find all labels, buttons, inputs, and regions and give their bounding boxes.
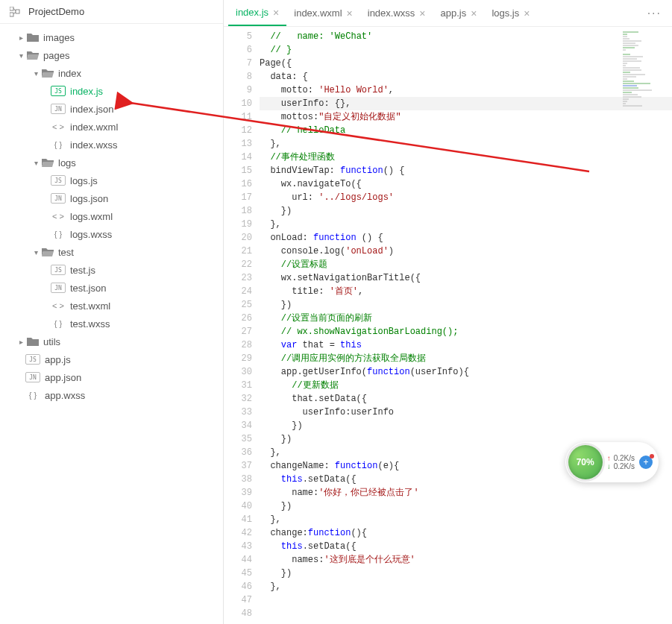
code-editor[interactable]: 5678910111213141516171819202122232425262…	[224, 27, 672, 624]
code-content[interactable]: // name: 'WeChat' // }Page({ data: { mot…	[260, 27, 672, 624]
line-gutter: 5678910111213141516171819202122232425262…	[224, 27, 260, 624]
json-file-icon: JN	[51, 193, 66, 204]
tree-file-app-js[interactable]: JS app.js	[0, 350, 223, 368]
tree-folder-images[interactable]: ▸ images	[0, 28, 223, 46]
folder-open-icon	[42, 157, 54, 168]
close-icon[interactable]: ×	[419, 7, 425, 19]
project-name: ProjectDemo	[28, 6, 84, 17]
project-header: ProjectDemo	[0, 0, 223, 24]
json-file-icon: JN	[51, 283, 66, 293]
tree-file-index-wxss[interactable]: { } index.wxss	[0, 136, 223, 154]
system-monitor-widget[interactable]: 70% ↑0.2K/s ↓0.2K/s +	[565, 442, 659, 482]
tab-index-js[interactable]: index.js×	[228, 0, 286, 26]
folder-icon	[27, 32, 39, 42]
tree-file-logs-js[interactable]: JS logs.js	[0, 171, 223, 189]
tab-logs-js[interactable]: logs.js×	[484, 0, 537, 26]
more-tabs-icon[interactable]: ···	[637, 7, 672, 20]
wxml-file-icon: < >	[51, 301, 66, 310]
chevron-down-icon: ▾	[31, 159, 40, 167]
chevron-down-icon: ▾	[16, 51, 25, 60]
tree-folder-test[interactable]: ▾ test	[0, 243, 223, 261]
folder-open-icon	[42, 247, 54, 257]
tree-file-index-wxml[interactable]: < > index.wxml	[0, 118, 223, 136]
tab-index-wxml[interactable]: index.wxml×	[286, 0, 359, 26]
tree-folder-logs[interactable]: ▾ logs	[0, 154, 223, 171]
tree-folder-utils[interactable]: ▸ utils	[0, 333, 223, 350]
folder-open-icon	[42, 68, 54, 78]
chevron-right-icon: ▸	[16, 338, 25, 346]
wxss-file-icon: { }	[51, 230, 66, 239]
editor-tabs: index.js× index.wxml× index.wxss× app.js…	[224, 0, 672, 27]
plus-button[interactable]: +	[639, 456, 653, 469]
cpu-percent: 70%	[568, 445, 603, 479]
tree-file-test-json[interactable]: JN test.json	[0, 279, 223, 297]
json-file-icon: JN	[25, 372, 40, 382]
editor-area: index.js× index.wxml× index.wxss× app.js…	[224, 0, 672, 624]
tree-file-index-js[interactable]: JS index.js	[0, 82, 223, 100]
wxml-file-icon: < >	[51, 212, 66, 221]
close-icon[interactable]: ×	[347, 7, 353, 19]
svg-rect-2	[16, 10, 19, 13]
tab-index-wxss[interactable]: index.wxss×	[360, 0, 433, 26]
chevron-right-icon: ▸	[16, 34, 25, 42]
tab-app-js[interactable]: app.js×	[433, 0, 485, 26]
file-explorer: ProjectDemo ▸ images ▾ pages ▾ index	[0, 0, 224, 624]
tree-file-logs-json[interactable]: JN logs.json	[0, 189, 223, 207]
network-speed: ↑0.2K/s ↓0.2K/s	[607, 454, 635, 470]
tree-file-test-wxml[interactable]: < > test.wxml	[0, 297, 223, 315]
js-file-icon: JS	[25, 354, 40, 365]
folder-open-icon	[27, 50, 39, 60]
js-file-icon: JS	[51, 175, 66, 186]
wxml-file-icon: < >	[51, 122, 66, 131]
json-file-icon: JN	[51, 104, 66, 114]
js-file-icon: JS	[51, 265, 66, 275]
close-icon[interactable]: ×	[524, 7, 530, 19]
svg-rect-0	[10, 7, 13, 10]
chevron-down-icon: ▾	[31, 69, 40, 78]
arrow-down-icon: ↓	[607, 462, 611, 470]
wxss-file-icon: { }	[51, 319, 66, 328]
tree-file-index-json[interactable]: JN index.json	[0, 100, 223, 118]
file-tree: ▸ images ▾ pages ▾ index JS index.js JN	[0, 24, 223, 624]
close-icon[interactable]: ×	[471, 7, 477, 19]
tree-file-logs-wxml[interactable]: < > logs.wxml	[0, 207, 223, 225]
tree-folder-pages[interactable]: ▾ pages	[0, 46, 223, 64]
tree-file-test-wxss[interactable]: { } test.wxss	[0, 315, 223, 333]
folder-icon	[27, 336, 39, 347]
close-icon[interactable]: ×	[273, 7, 279, 19]
wxss-file-icon: { }	[25, 391, 40, 400]
tree-file-app-json[interactable]: JN app.json	[0, 368, 223, 386]
tree-folder-index[interactable]: ▾ index	[0, 64, 223, 82]
wxss-file-icon: { }	[51, 140, 66, 149]
js-file-icon: JS	[51, 86, 66, 96]
svg-rect-1	[10, 13, 13, 16]
tree-file-test-js[interactable]: JS test.js	[0, 261, 223, 279]
chevron-down-icon: ▾	[31, 248, 40, 256]
tree-file-app-wxss[interactable]: { } app.wxss	[0, 386, 223, 404]
arrow-up-icon: ↑	[607, 454, 611, 462]
tree-file-logs-wxss[interactable]: { } logs.wxss	[0, 225, 223, 243]
tree-icon[interactable]	[7, 7, 22, 17]
